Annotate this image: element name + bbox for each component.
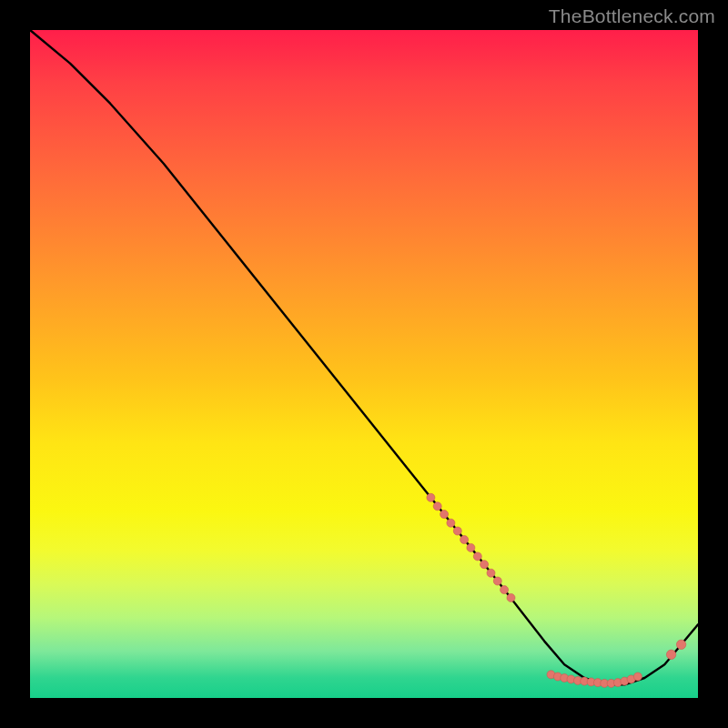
data-point <box>440 511 449 519</box>
data-point <box>433 502 441 511</box>
attribution-label: TheBottleneck.com <box>549 5 715 27</box>
data-point <box>500 586 509 594</box>
data-point <box>453 527 461 535</box>
plot-area <box>30 30 698 698</box>
data-point <box>473 552 481 561</box>
data-point <box>666 650 675 659</box>
data-point <box>493 577 501 585</box>
data-point <box>633 672 642 681</box>
data-point <box>487 569 495 577</box>
main-curve <box>30 30 698 684</box>
markers-valley <box>547 671 642 688</box>
data-point <box>480 561 489 569</box>
data-point <box>427 493 435 501</box>
chart-frame: TheBottleneck.com <box>0 0 728 728</box>
chart-svg <box>30 30 698 698</box>
data-point <box>507 593 515 602</box>
data-point <box>467 543 475 551</box>
data-point <box>447 519 455 527</box>
data-point <box>676 640 685 649</box>
data-point <box>460 536 469 544</box>
